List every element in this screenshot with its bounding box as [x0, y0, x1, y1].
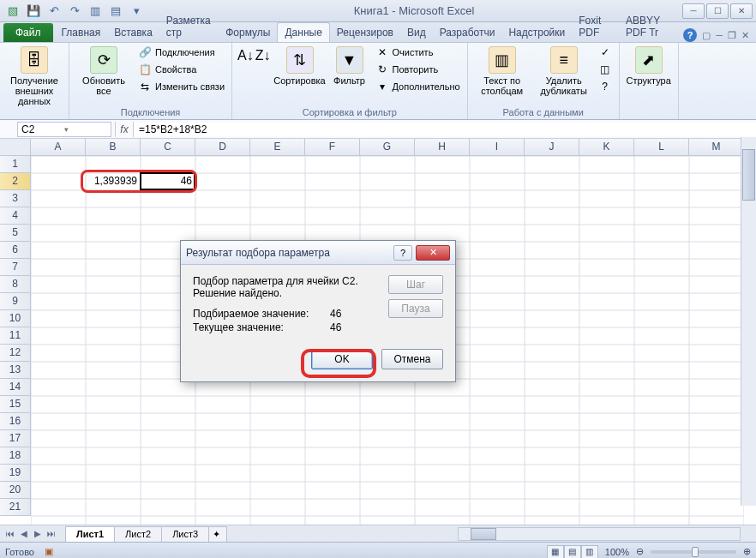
page-layout-view-icon[interactable]: ▤ — [564, 545, 581, 559]
row-header[interactable]: 12 — [0, 345, 31, 362]
new-sheet-icon[interactable]: ✦ — [208, 526, 227, 542]
row-header[interactable]: 13 — [0, 362, 31, 379]
remove-duplicates-button[interactable]: ≡ Удалить дубликаты — [535, 45, 593, 98]
sort-desc-icon[interactable]: Z↓ — [255, 48, 271, 63]
tab-home[interactable]: Главная — [55, 23, 108, 42]
formula-input[interactable]: =15*B2+18*B2 — [134, 123, 756, 136]
row-header[interactable]: 6 — [0, 242, 31, 259]
row-header[interactable]: 18 — [0, 447, 31, 465]
row-header[interactable]: 1 — [0, 156, 31, 173]
sheet-tab[interactable]: Лист3 — [161, 526, 209, 542]
first-sheet-icon[interactable]: ⏮ — [3, 527, 17, 541]
advanced-filter-button[interactable]: ▾Дополнительно — [374, 79, 462, 94]
normal-view-icon[interactable]: ▦ — [547, 545, 564, 559]
undo-icon[interactable]: ↶ — [45, 3, 63, 20]
row-header[interactable]: 3 — [0, 190, 31, 207]
refresh-all-button[interactable]: ⟳ Обновить все — [75, 45, 133, 98]
dialog-close-icon[interactable]: ✕ — [416, 245, 450, 261]
sheet-tab[interactable]: Лист1 — [65, 526, 115, 542]
reapply-button[interactable]: ↻Повторить — [374, 62, 462, 77]
vertical-scrollbar[interactable] — [741, 137, 756, 506]
tab-insert[interactable]: Вставка — [107, 23, 159, 42]
select-all-corner[interactable] — [0, 139, 31, 156]
row-header[interactable]: 21 — [0, 499, 31, 516]
row-header[interactable]: 2 — [0, 173, 31, 190]
tab-foxit[interactable]: Foxit PDF — [572, 11, 619, 42]
col-header[interactable]: G — [360, 139, 415, 156]
tab-review[interactable]: Рецензиров — [330, 23, 400, 42]
connections-button[interactable]: 🔗Подключения — [136, 45, 226, 60]
page-break-view-icon[interactable]: ▥ — [581, 545, 598, 559]
close-button[interactable]: ✕ — [730, 3, 753, 19]
sort-asc-icon[interactable]: A↓ — [237, 48, 254, 63]
col-header[interactable]: I — [470, 139, 525, 156]
get-external-data-button[interactable]: 🗄 Получение внешних данных — [5, 45, 63, 108]
last-sheet-icon[interactable]: ⏭ — [45, 527, 58, 541]
help-icon[interactable]: ? — [683, 28, 697, 42]
col-header[interactable]: E — [250, 139, 305, 156]
properties-button[interactable]: 📋Свойства — [136, 62, 226, 77]
text-to-columns-button[interactable]: ▥ Текст по столбцам — [473, 45, 531, 98]
cancel-button[interactable]: Отмена — [381, 349, 443, 369]
zoom-level[interactable]: 100% — [605, 547, 629, 557]
chevron-down-icon[interactable]: ▾ — [64, 125, 107, 134]
row-header[interactable]: 9 — [0, 293, 31, 310]
data-validation-icon[interactable]: ✓ — [597, 45, 614, 60]
fx-icon[interactable]: fx — [115, 122, 134, 137]
slider-thumb[interactable] — [692, 547, 699, 557]
row-header[interactable]: 15 — [0, 396, 31, 413]
doc-minimize-icon[interactable]: ─ — [716, 30, 723, 40]
row-header[interactable]: 5 — [0, 225, 31, 242]
sort-button[interactable]: ⇅ Сортировка — [274, 45, 326, 87]
step-button[interactable]: Шаг — [388, 275, 443, 294]
col-header[interactable]: C — [141, 139, 195, 156]
tab-view[interactable]: Вид — [400, 23, 433, 42]
dialog-titlebar[interactable]: Результат подбора параметра ? ✕ — [181, 241, 455, 265]
qat-icon[interactable]: ▥ — [86, 3, 105, 20]
edit-links-button[interactable]: ⇆Изменить связи — [136, 79, 226, 94]
next-sheet-icon[interactable]: ▶ — [31, 527, 45, 541]
row-header[interactable]: 7 — [0, 259, 31, 276]
qat-icon[interactable]: ▤ — [106, 3, 125, 20]
sheet-tab[interactable]: Лист2 — [114, 526, 162, 542]
tab-developer[interactable]: Разработчи — [433, 23, 502, 42]
row-header[interactable]: 10 — [0, 310, 31, 327]
ok-button[interactable]: OK — [311, 349, 373, 369]
file-tab[interactable]: Файл — [3, 23, 53, 42]
doc-restore-icon[interactable]: ❐ — [728, 30, 736, 41]
row-header[interactable]: 16 — [0, 413, 31, 430]
what-if-icon[interactable]: ? — [597, 79, 614, 94]
macro-record-icon[interactable]: ▣ — [45, 546, 53, 557]
outline-button[interactable]: ⬈ Структура — [625, 45, 673, 87]
scroll-thumb[interactable] — [471, 528, 496, 540]
col-header[interactable]: L — [634, 139, 689, 156]
row-header[interactable]: 14 — [0, 379, 31, 396]
cell-B2[interactable]: 1,393939 — [86, 173, 141, 190]
doc-close-icon[interactable]: ✕ — [741, 30, 749, 41]
col-header[interactable]: F — [305, 139, 360, 156]
redo-icon[interactable]: ↷ — [65, 3, 84, 20]
horizontal-scrollbar[interactable] — [458, 527, 741, 541]
tab-page-layout[interactable]: Разметка стр — [159, 11, 219, 42]
col-header[interactable]: M — [689, 139, 744, 156]
col-header[interactable]: K — [579, 139, 634, 156]
clear-filter-button[interactable]: ✕Очистить — [374, 45, 462, 60]
qat-dropdown-icon[interactable]: ▾ — [127, 3, 146, 20]
col-header[interactable]: B — [86, 139, 141, 156]
row-header[interactable]: 17 — [0, 430, 31, 447]
dialog-help-icon[interactable]: ? — [393, 245, 412, 261]
row-header[interactable]: 8 — [0, 276, 31, 293]
col-header[interactable]: J — [525, 139, 579, 156]
prev-sheet-icon[interactable]: ◀ — [17, 527, 31, 541]
zoom-slider[interactable] — [651, 550, 736, 554]
zoom-in-icon[interactable]: ⊕ — [743, 546, 751, 557]
minimize-ribbon-icon[interactable]: ▢ — [702, 30, 711, 41]
row-header[interactable]: 4 — [0, 207, 31, 225]
maximize-button[interactable]: ☐ — [706, 3, 729, 19]
col-header[interactable]: D — [195, 139, 250, 156]
col-header[interactable]: H — [415, 139, 470, 156]
tab-formulas[interactable]: Формулы — [219, 23, 277, 42]
consolidate-icon[interactable]: ◫ — [597, 62, 614, 77]
filter-button[interactable]: ▼ Фильтр — [329, 45, 370, 87]
row-header[interactable]: 20 — [0, 482, 31, 499]
